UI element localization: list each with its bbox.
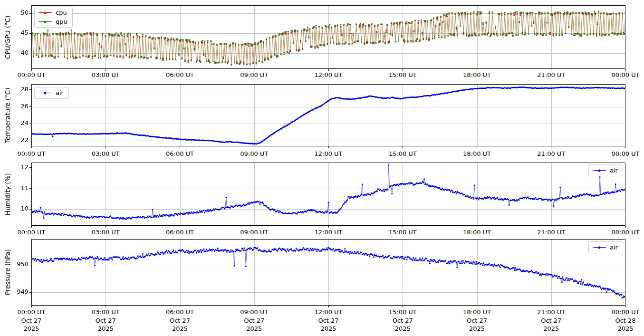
- y-axis-label-humidity: Humidity (%): [3, 163, 12, 226]
- x-tick-label: 00:00 UT: [3, 71, 60, 79]
- plot-area-0: [31, 5, 625, 69]
- x-tick-mark: [106, 226, 106, 228]
- x-tick-label: 00:00 UT: [597, 71, 644, 79]
- x-tick-label: 00:00 UT: [3, 150, 60, 158]
- y-tick-mark: [29, 89, 31, 90]
- y-tick-mark: [29, 209, 31, 210]
- x-tick-mark: [31, 146, 32, 148]
- y-tick-label: 950: [10, 260, 29, 268]
- x-tick-mark: [180, 226, 180, 228]
- x-tick-mark: [106, 146, 106, 148]
- legend-pressure: air: [588, 241, 623, 253]
- x-tick-label: 18:00 UT: [449, 228, 506, 237]
- legend-label-cpu: cpu: [56, 9, 67, 16]
- x-tick-label: 06:00 UT: [152, 150, 209, 158]
- x-tick-label: 12:00 UT: [300, 228, 357, 237]
- x-tick-label: 15:00 UT: [374, 150, 431, 158]
- x-tick-mark: [403, 226, 403, 228]
- y-tick-label: 12: [10, 163, 29, 171]
- x-tick-mark: [254, 226, 254, 228]
- y-tick-mark: [29, 292, 31, 293]
- y-tick-label: 949: [10, 288, 29, 295]
- x-tick-mark: [180, 306, 180, 307]
- x-tick-label: 09:00 UT: [226, 150, 283, 158]
- x-tick-mark: [551, 146, 551, 148]
- x-tick-label: 03:00 UT: [77, 71, 134, 79]
- y-tick-mark: [29, 53, 31, 53]
- y-tick-mark: [29, 141, 31, 141]
- legend-entry-gpu: gpu: [38, 18, 67, 25]
- y-tick-mark: [29, 188, 31, 189]
- y-tick-label: 11: [10, 184, 29, 192]
- air-line-marker-icon: [593, 170, 606, 171]
- x-tick-mark: [625, 146, 626, 148]
- x-tick-mark: [31, 306, 32, 307]
- x-tick-label: 09:00 UT: [226, 71, 283, 79]
- x-tick-label: 09:00 UT: [226, 228, 283, 237]
- x-tick-mark: [403, 306, 403, 307]
- x-tick-label: 00:00 UT Oct 27 2025: [3, 308, 60, 333]
- legend-humidity: air: [588, 164, 623, 176]
- legend-temperature: air: [34, 87, 69, 99]
- legend-cpu-gpu: cpu gpu: [34, 7, 73, 28]
- y-tick-label: 24: [10, 119, 29, 126]
- x-tick-label: 21:00 UT: [523, 71, 580, 79]
- x-tick-mark: [328, 306, 329, 307]
- air-line-marker-icon: [38, 93, 52, 94]
- y-axis-label-pressure: Pressure (hPa): [3, 239, 12, 306]
- legend-entry-air: air: [593, 167, 618, 174]
- y-tick-label: 45: [10, 29, 29, 36]
- x-tick-label: 00:00 UT Oct 28 2025: [597, 308, 644, 333]
- x-tick-label: 15:00 UT Oct 27 2025: [374, 308, 431, 333]
- y-tick-label: 10: [10, 205, 29, 212]
- y-tick-mark: [29, 167, 31, 168]
- y-tick-label: 50: [10, 9, 29, 16]
- x-tick-label: 00:00 UT: [597, 228, 644, 237]
- legend-label-air: air: [610, 167, 618, 174]
- x-tick-mark: [403, 146, 403, 148]
- x-tick-label: 12:00 UT: [300, 150, 357, 158]
- y-tick-label: 28: [10, 86, 29, 93]
- x-tick-label: 12:00 UT: [300, 71, 357, 79]
- x-tick-mark: [477, 226, 477, 228]
- x-tick-mark: [551, 226, 551, 228]
- plot-area-2: [31, 163, 625, 226]
- legend-label-air: air: [610, 244, 618, 251]
- x-tick-label: 00:00 UT: [597, 150, 644, 158]
- x-tick-mark: [106, 306, 106, 307]
- x-tick-label: 21:00 UT: [523, 228, 580, 237]
- legend-label-air: air: [56, 89, 64, 96]
- x-tick-label: 03:00 UT: [77, 228, 134, 237]
- x-tick-mark: [551, 306, 551, 307]
- y-tick-mark: [29, 106, 31, 107]
- x-tick-mark: [180, 146, 180, 148]
- x-tick-label: 06:00 UT: [152, 228, 209, 237]
- x-tick-mark: [625, 306, 626, 307]
- cpu-line-marker-icon: [38, 12, 52, 13]
- legend-label-gpu: gpu: [56, 18, 67, 25]
- x-tick-label: 06:00 UT: [152, 71, 209, 79]
- legend-entry-air: air: [593, 244, 618, 251]
- x-tick-label: 00:00 UT: [3, 228, 60, 237]
- x-tick-label: 21:00 UT: [523, 150, 580, 158]
- x-tick-label: 03:00 UT Oct 27 2025: [77, 308, 134, 333]
- gpu-line-marker-icon: [38, 21, 52, 22]
- x-tick-label: 15:00 UT: [374, 228, 431, 237]
- x-tick-label: 21:00 UT Oct 27 2025: [523, 308, 580, 333]
- x-tick-label: 18:00 UT Oct 27 2025: [449, 308, 506, 333]
- y-tick-label: 26: [10, 103, 29, 110]
- x-tick-mark: [625, 226, 626, 228]
- plot-area-3: [31, 239, 625, 306]
- x-tick-mark: [477, 306, 477, 307]
- x-tick-mark: [254, 306, 254, 307]
- multi-panel-timeseries-figure: CPU/GPU (°C) Temperature (°C) Humidity (…: [0, 0, 644, 336]
- x-tick-label: 09:00 UT Oct 27 2025: [226, 308, 283, 333]
- legend-entry-cpu: cpu: [38, 9, 67, 16]
- y-tick-mark: [29, 33, 31, 34]
- x-tick-label: 03:00 UT: [77, 150, 134, 158]
- x-tick-mark: [477, 146, 477, 148]
- air-line-marker-icon: [593, 247, 606, 248]
- x-tick-mark: [31, 226, 32, 228]
- x-tick-label: 12:00 UT Oct 27 2025: [300, 308, 357, 333]
- x-tick-label: 06:00 UT Oct 27 2025: [152, 308, 209, 333]
